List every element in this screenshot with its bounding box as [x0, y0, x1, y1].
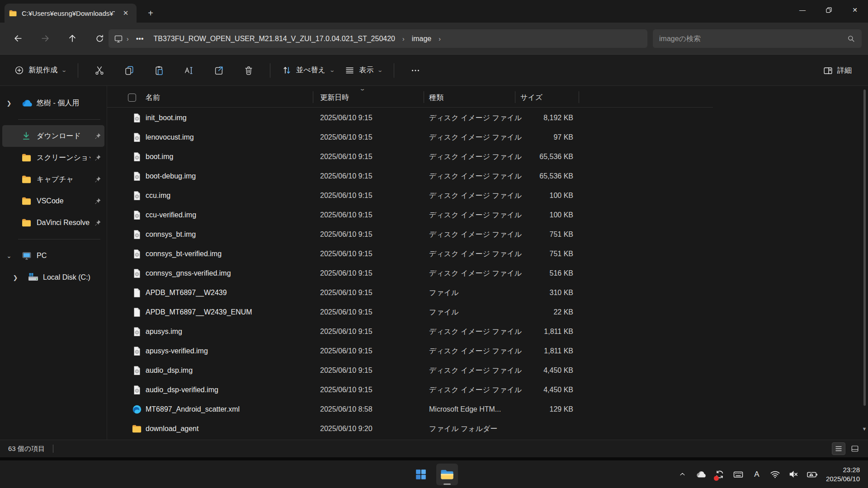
tray-show-hidden-icons[interactable]	[675, 467, 690, 482]
file-row[interactable]: MT6897_Android_scatter.xml 2025/06/10 8:…	[107, 399, 858, 419]
breadcrumb-current[interactable]: image	[408, 33, 435, 44]
file-row[interactable]: apusys.img 2025/06/10 9:15 ディスク イメージ ファイ…	[107, 322, 858, 341]
search-icon[interactable]	[847, 34, 855, 43]
explorer-window: C:¥Users¥eusng¥Downloads¥T ✕ + — ✕	[0, 0, 868, 457]
breadcrumb-chevron: ›	[438, 35, 442, 42]
more-options-button[interactable]	[405, 61, 426, 80]
up-button[interactable]	[64, 30, 80, 47]
file-row[interactable]: apusys-verified.img 2025/06/10 9:15 ディスク…	[107, 341, 858, 361]
paste-button[interactable]	[149, 61, 170, 80]
file-row[interactable]: connsys_bt-verified.img 2025/06/10 9:15 …	[107, 244, 858, 263]
windows-logo-icon	[415, 469, 427, 480]
new-tab-button[interactable]: +	[144, 6, 157, 20]
file-row[interactable]: download_agent 2025/06/10 9:20 ファイル フォルダ…	[107, 419, 858, 438]
file-type-icon	[132, 171, 142, 181]
file-modified-date: 2025/06/10 9:15	[320, 114, 373, 122]
details-view-toggle[interactable]	[832, 442, 845, 455]
column-resizer[interactable]	[579, 91, 579, 103]
chevron-right-icon[interactable]: ❯	[9, 274, 22, 281]
file-modified-date: 2025/06/10 9:15	[320, 250, 373, 258]
file-name: APDB_MT6897__W2439_ENUM	[146, 308, 252, 316]
tray-wifi[interactable]	[768, 467, 783, 482]
column-header-type[interactable]: 種類	[429, 93, 443, 103]
sort-button[interactable]: 並べ替え ⌄	[277, 61, 340, 80]
details-pane-button[interactable]: 詳細	[818, 61, 857, 80]
file-row[interactable]: audio_dsp-verified.img 2025/06/10 9:15 デ…	[107, 380, 858, 399]
sidebar-pinned-item[interactable]: ダウンロード	[2, 125, 104, 147]
share-button[interactable]	[208, 61, 229, 80]
file-row[interactable]: boot.img 2025/06/10 9:15 ディスク イメージ ファイル …	[107, 147, 858, 166]
file-type: ディスク イメージ ファイル	[429, 210, 522, 220]
scrollbar-down-arrow[interactable]: ▼	[862, 426, 867, 432]
copy-button[interactable]	[119, 61, 140, 80]
sidebar-item-local-disk-c[interactable]: ❯ Local Disk (C:)	[2, 267, 104, 288]
file-size: 22 KB	[515, 308, 573, 316]
file-row[interactable]: connsys_gnss-verified.img 2025/06/10 9:1…	[107, 263, 858, 283]
toolbar-divider	[394, 63, 394, 78]
refresh-button[interactable]	[91, 30, 108, 47]
file-row[interactable]: audio_dsp.img 2025/06/10 9:15 ディスク イメージ …	[107, 361, 858, 380]
file-row[interactable]: connsys_bt.img 2025/06/10 9:15 ディスク イメージ…	[107, 225, 858, 244]
file-row[interactable]: lenovocust.img 2025/06/10 9:15 ディスク イメージ…	[107, 127, 858, 147]
sidebar-pinned-item[interactable]: スクリーンショット	[2, 147, 104, 169]
new-button[interactable]: 新規作成 ⌄	[9, 61, 71, 80]
column-header-modified[interactable]: 更新日時	[320, 93, 349, 103]
select-all-checkbox[interactable]	[128, 94, 136, 102]
tray-volume-muted[interactable]	[786, 467, 802, 482]
back-button[interactable]	[10, 30, 26, 47]
taskbar-clock[interactable]: 23:28 2025/06/10	[826, 465, 863, 483]
maximize-button[interactable]	[816, 0, 842, 20]
pinned-item-label: スクリーンショット	[37, 153, 91, 163]
breadcrumb-overflow[interactable]: •••	[132, 33, 147, 44]
column-resizer[interactable]	[313, 91, 313, 103]
chevron-down-icon[interactable]: ⌄	[2, 253, 16, 259]
taskbar-file-explorer[interactable]	[436, 464, 458, 485]
sidebar-pinned-item[interactable]: DaVinci Resolve	[2, 212, 104, 234]
minimize-button[interactable]: —	[789, 0, 816, 20]
breadcrumb-folder[interactable]: TB373FU_ROW_OPEN_USER_M21.814_V_ZUI_17.0…	[150, 33, 399, 44]
ime-mode-indicator[interactable]: A	[749, 467, 764, 482]
close-button[interactable]: ✕	[842, 0, 868, 20]
sidebar-item-onedrive[interactable]: ❯ 悠樹 - 個人用	[2, 92, 104, 114]
thumbnail-view-toggle[interactable]	[848, 442, 862, 455]
tray-sync-error[interactable]	[712, 467, 727, 482]
sidebar-pinned-item[interactable]: キャプチャ	[2, 169, 104, 190]
file-type-icon	[132, 346, 142, 356]
explorer-tab[interactable]: C:¥Users¥eusng¥Downloads¥T ✕	[5, 4, 137, 23]
file-row[interactable]: APDB_MT6897__W2439_ENUM 2025/06/10 9:15 …	[107, 302, 858, 322]
forward-icon	[40, 33, 50, 43]
file-row[interactable]: boot-debug.img 2025/06/10 9:15 ディスク イメージ…	[107, 166, 858, 186]
file-row[interactable]: APDB_MT6897__W2439 2025/06/10 9:15 ファイル …	[107, 283, 858, 302]
sidebar-pinned-item[interactable]: VSCode	[2, 190, 104, 212]
tray-touch-keyboard[interactable]	[731, 467, 746, 482]
start-button[interactable]	[410, 464, 432, 485]
file-type-icon	[132, 230, 142, 239]
tray-onedrive[interactable]	[693, 467, 709, 482]
search-box[interactable]	[653, 29, 862, 48]
column-header-size[interactable]: サイズ	[520, 93, 542, 103]
scrollbar-thumb[interactable]	[863, 89, 866, 406]
tab-close-icon[interactable]: ✕	[119, 7, 132, 19]
chevron-right-icon[interactable]: ❯	[2, 100, 16, 107]
search-input[interactable]	[659, 35, 847, 43]
file-modified-date: 2025/06/10 9:15	[320, 289, 373, 297]
forward-button[interactable]	[37, 30, 53, 47]
file-size: 751 KB	[515, 250, 573, 258]
file-name: boot-debug.img	[146, 172, 196, 180]
column-resizer[interactable]	[424, 91, 424, 103]
file-row[interactable]: init_boot.img 2025/06/10 9:15 ディスク イメージ …	[107, 108, 858, 127]
tray-battery-warning[interactable]	[805, 467, 820, 482]
vertical-scrollbar[interactable]: ▼	[862, 86, 867, 436]
column-header-name[interactable]: 名前	[146, 93, 160, 103]
delete-button[interactable]	[238, 61, 259, 80]
sidebar-item-pc[interactable]: ⌄ PC	[2, 245, 104, 267]
local-disk-label: Local Disk (C:)	[43, 273, 104, 282]
address-bar[interactable]: › ••• TB373FU_ROW_OPEN_USER_M21.814_V_ZU…	[108, 29, 647, 48]
view-button[interactable]: 表示 ⌄	[340, 61, 387, 80]
cut-button[interactable]	[89, 61, 110, 80]
rename-button[interactable]	[179, 61, 199, 80]
file-row[interactable]: ccu-verified.img 2025/06/10 9:15 ディスク イメ…	[107, 205, 858, 225]
file-type-icon	[132, 113, 142, 123]
column-resizer[interactable]	[515, 91, 515, 103]
file-row[interactable]: ccu.img 2025/06/10 9:15 ディスク イメージ ファイル 1…	[107, 186, 858, 205]
